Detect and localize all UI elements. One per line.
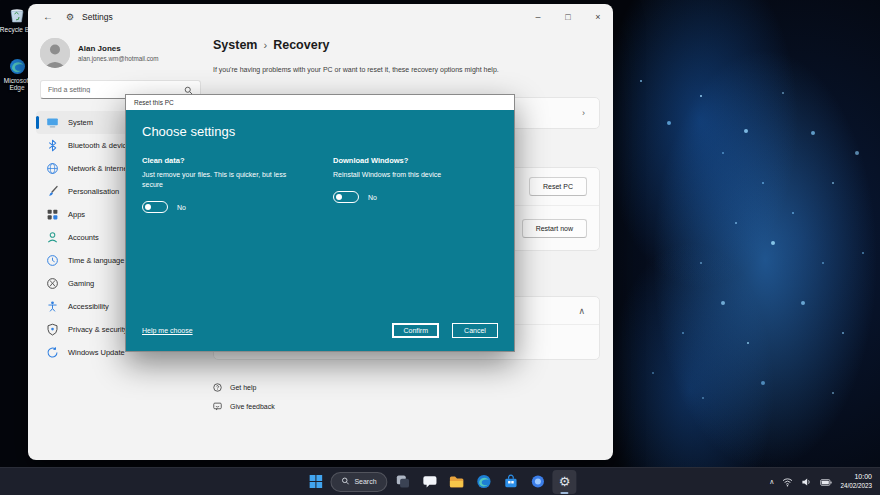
update-icon: [46, 346, 59, 359]
taskbar-clock[interactable]: 10:00 24/02/2023: [840, 473, 872, 490]
sidebar-item-label: Time & language: [68, 256, 124, 265]
sidebar-item-label: Accounts: [68, 233, 99, 242]
clock-icon: [46, 254, 59, 267]
close-button[interactable]: ×: [583, 4, 613, 30]
search-input[interactable]: [48, 86, 184, 93]
desktop: Recycle Bin Microsoft Edge ← ⚙ Settings …: [0, 0, 880, 495]
toggle-knob: [336, 194, 342, 200]
volume-icon[interactable]: [801, 473, 812, 491]
sidebar-item-label: System: [68, 118, 93, 127]
shield-icon: [46, 323, 59, 336]
taskbar-search[interactable]: Search: [330, 472, 387, 492]
clock-date: 24/02/2023: [840, 482, 872, 490]
sidebar-item-label: Windows Update: [68, 348, 125, 357]
option-question: Download Windows?: [333, 156, 498, 165]
clean-data-toggle[interactable]: [142, 201, 168, 213]
page-subtitle: If you're having problems with your PC o…: [213, 66, 600, 73]
toggle-state-label: No: [177, 204, 186, 211]
help-icon: [213, 383, 222, 393]
start-button[interactable]: [303, 470, 327, 494]
cancel-button[interactable]: Cancel: [452, 323, 498, 338]
footer-links: Get help Give feedback: [213, 380, 600, 414]
windows-logo-icon: [309, 475, 322, 488]
bluetooth-icon: [46, 139, 59, 152]
chevron-right-icon: ›: [582, 108, 585, 118]
taskbar-search-label: Search: [354, 478, 376, 485]
file-explorer-icon: [449, 474, 465, 490]
gear-icon: ⚙: [559, 475, 571, 488]
download-windows-option: Download Windows? Reinstall Windows from…: [333, 156, 498, 213]
feedback-icon: [213, 402, 222, 412]
option-description: Just remove your files. This is quicker,…: [142, 170, 307, 190]
sidebar-item-label: Personalisation: [68, 187, 119, 196]
breadcrumb-separator: ›: [263, 39, 267, 51]
sidebar-item-label: Gaming: [68, 279, 94, 288]
chat-button[interactable]: [418, 470, 442, 494]
task-view-button[interactable]: [391, 470, 415, 494]
titlebar: ← ⚙ Settings – □ ×: [28, 4, 613, 30]
wifi-icon[interactable]: [782, 473, 793, 491]
clean-data-option: Clean data? Just remove your files. This…: [142, 156, 307, 213]
user-profile[interactable]: Alan Jones alan.jones.wm@hotmail.com: [36, 36, 205, 68]
settings-app-icon: ⚙: [66, 12, 74, 22]
chevron-up-icon: ∧: [578, 306, 585, 316]
task-view-icon: [395, 474, 410, 489]
page-title: Recovery: [273, 38, 329, 52]
link-label: Get help: [230, 384, 256, 391]
confirm-button[interactable]: Confirm: [392, 323, 439, 338]
reset-pc-button[interactable]: Reset PC: [529, 177, 587, 196]
sidebar-item-label: Privacy & security: [68, 325, 128, 334]
maximize-button[interactable]: □: [553, 4, 583, 30]
download-windows-toggle[interactable]: [333, 191, 359, 203]
accessibility-icon: [46, 300, 59, 313]
help-me-choose-link[interactable]: Help me choose: [142, 327, 193, 334]
profile-name: Alan Jones: [78, 44, 159, 53]
globe-icon: [46, 162, 59, 175]
profile-email: alan.jones.wm@hotmail.com: [78, 55, 159, 62]
option-description: Reinstall Windows from this device: [333, 170, 498, 180]
window-title: Settings: [82, 12, 113, 22]
sidebar-item-label: Network & internet: [68, 164, 130, 173]
xbox-icon: [46, 277, 59, 290]
wallpaper-particles: [0, 0, 2, 2]
photos-icon: [530, 474, 545, 489]
restart-now-button[interactable]: Restart now: [522, 219, 587, 238]
sidebar-item-label: Accessibility: [68, 302, 109, 311]
brush-icon: [46, 185, 59, 198]
reset-pc-dialog: Reset this PC Choose settings Clean data…: [125, 94, 515, 352]
edge-icon: [476, 474, 491, 489]
breadcrumb: System › Recovery: [213, 38, 600, 52]
sidebar-item-label: Apps: [68, 210, 85, 219]
settings-taskbar-button[interactable]: ⚙: [553, 470, 577, 494]
toggle-state-label: No: [368, 194, 377, 201]
dialog-body: Choose settings Clean data? Just remove …: [126, 110, 514, 351]
apps-grid-icon: [46, 208, 59, 221]
get-help-link[interactable]: Get help: [213, 380, 600, 395]
system-icon: [46, 116, 59, 129]
settings-window: ← ⚙ Settings – □ × Alan Jones alan.jones…: [28, 4, 613, 460]
dialog-titlebar: Reset this PC: [126, 95, 514, 110]
dialog-heading: Choose settings: [142, 124, 498, 139]
avatar: [40, 38, 70, 68]
battery-icon[interactable]: [820, 473, 832, 491]
give-feedback-link[interactable]: Give feedback: [213, 399, 600, 414]
photos-button[interactable]: [526, 470, 550, 494]
toggle-knob: [145, 204, 151, 210]
search-icon: [341, 477, 349, 486]
person-icon: [46, 231, 59, 244]
store-button[interactable]: [499, 470, 523, 494]
taskbar: Search ⚙ ∧: [0, 467, 880, 495]
minimize-button[interactable]: –: [523, 4, 553, 30]
link-label: Give feedback: [230, 403, 275, 410]
back-button[interactable]: ←: [38, 8, 58, 26]
dialog-title: Reset this PC: [134, 99, 174, 106]
chat-icon: [422, 474, 437, 489]
tray-chevron-up-icon[interactable]: ∧: [769, 478, 774, 486]
breadcrumb-parent[interactable]: System: [213, 38, 257, 52]
clock-time: 10:00: [840, 473, 872, 482]
edge-button[interactable]: [472, 470, 496, 494]
store-icon: [503, 474, 518, 489]
option-question: Clean data?: [142, 156, 307, 165]
file-explorer-button[interactable]: [445, 470, 469, 494]
